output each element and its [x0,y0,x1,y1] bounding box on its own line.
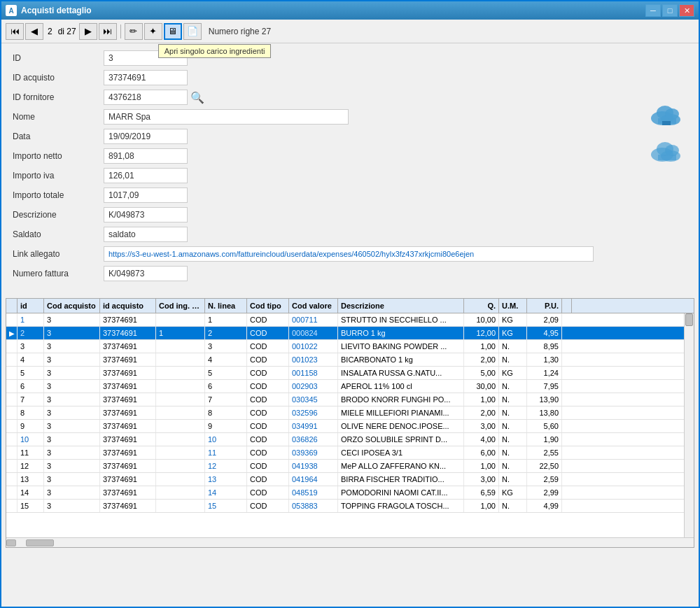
row-q: 1,00 [464,393,499,406]
search-icon[interactable]: 🔍 [190,91,204,104]
grid-header-um[interactable]: U.M. [499,299,527,313]
grid-header-id-acq[interactable]: id acquisto [100,299,156,313]
row-cod-acq: 3 [44,353,100,366]
row-id: 9 [18,420,44,432]
row-n-linea: 6 [205,380,247,393]
row-cod-val: 001022 [289,340,338,353]
row-id-acq: 37374691 [100,433,156,446]
cloud-icons-area [648,99,685,164]
row-id-acq: 37374691 [100,393,156,406]
table-row[interactable]: 10 3 37374691 10 COD 036826 ORZO SOLUBIL… [6,433,684,446]
row-id: 8 [18,406,44,419]
table-row[interactable]: 15 3 37374691 15 COD 053883 TOPPING FRAG… [6,500,684,513]
id-acquisto-row: ID acquisto 37374691 [13,70,687,85]
table-row[interactable]: 9 3 37374691 9 COD 034991 OLIVE NERE DEN… [6,420,684,433]
row-arrow [6,406,18,419]
link-allegato-label: Link allegato [13,249,104,259]
table-row[interactable]: 5 3 37374691 5 COD 001158 INSALATA RUSSA… [6,367,684,380]
row-cod-acq: 3 [44,367,100,379]
row-id-acq: 37374691 [100,367,156,379]
table-row[interactable]: 3 3 37374691 3 COD 001022 LIEVITO BAKING… [6,340,684,353]
row-cod-val: 048519 [289,486,338,499]
row-id-acq: 37374691 [100,353,156,366]
toolbar: ⏮ ◀ 2 di 27 ▶ ⏭ ✏ ✦ 🖥 Apri singolo caric… [1,20,699,43]
table-row[interactable]: 12 3 37374691 12 COD 041938 MeP ALLO ZAF… [6,460,684,473]
minimize-button[interactable]: ─ [645,4,661,17]
id-fornitore-value: 4376218 [104,90,188,105]
grid-header-id[interactable]: id [18,299,44,313]
row-cod-ing [156,473,205,486]
table-row[interactable]: 1 3 37374691 1 COD 000711 STRUTTO IN SEC… [6,313,684,327]
row-um: N. [499,473,527,486]
record-of: di 27 [57,27,78,36]
row-id-acq: 37374691 [100,446,156,459]
row-cod-val: 000824 [289,327,338,339]
table-row[interactable]: 11 3 37374691 11 COD 039369 CECI IPOSEA … [6,446,684,460]
row-arrow [6,340,18,353]
row-id-acq: 37374691 [100,380,156,393]
cloud-icon-2[interactable] [648,136,685,164]
nav-last-button[interactable]: ⏭ [99,23,117,40]
link-allegato-value[interactable]: https://s3-eu-west-1.amazonaws.com/fattu… [104,246,594,262]
screen-button[interactable]: 🖥 Apri singolo carico ingredienti [164,23,182,40]
grid-scrollbar[interactable] [684,313,694,537]
row-id: 13 [18,473,44,486]
row-pu: 5,60 [527,420,562,432]
star-button[interactable]: ✦ [144,23,162,40]
row-q: 30,00 [464,380,499,393]
edit-button[interactable]: ✏ [125,23,143,40]
id-fornitore-label: ID fornitore [13,92,104,102]
row-pu: 2,55 [527,446,562,459]
row-um: KG [499,313,527,326]
table-row[interactable]: 14 3 37374691 14 COD 048519 POMODORINI N… [6,486,684,500]
grid-header-cod-ing[interactable]: Cod ing. carico [156,299,205,313]
grid-header-cod-tipo[interactable]: Cod tipo [247,299,289,313]
nav-next-button[interactable]: ▶ [79,23,97,40]
table-row[interactable]: 7 3 37374691 7 COD 030345 BRODO KNORR FU… [6,393,684,406]
numero-fattura-row: Numero fattura K/049873 [13,266,687,281]
grid-header-cod-acq[interactable]: Cod acquisto [44,299,100,313]
grid-header-q[interactable]: Q. [464,299,499,313]
row-cod-tipo: COD [247,500,289,512]
close-button[interactable]: ✕ [679,4,694,17]
window-title: Acquisti dettaglio [21,6,92,15]
table-row[interactable]: 4 3 37374691 4 COD 001023 BICARBONATO 1 … [6,353,684,367]
grid-body[interactable]: 1 3 37374691 1 COD 000711 STRUTTO IN SEC… [6,313,684,537]
row-pu: 4,95 [527,327,562,339]
row-cod-tipo: COD [247,327,289,339]
grid-header-descrizione[interactable]: Descrizione [338,299,464,313]
row-arrow [6,393,18,406]
doc-button[interactable]: 📄 [183,23,202,40]
table-row[interactable]: 13 3 37374691 13 COD 041964 BIRRA FISCHE… [6,473,684,486]
row-cod-ing [156,420,205,432]
row-id: 3 [18,340,44,353]
cloud-icon-1[interactable] [648,99,685,127]
row-q: 12,00 [464,327,499,339]
grid-bottom-scrollbar[interactable] [6,537,694,547]
grid-header-cod-val[interactable]: Cod valore [289,299,338,313]
grid-header: id Cod acquisto id acquisto Cod ing. car… [6,299,694,313]
row-descrizione: STRUTTO IN SECCHIELLO ... [338,313,464,326]
table-row[interactable]: 8 3 37374691 8 COD 032596 MIELE MILLEFIO… [6,406,684,420]
row-descrizione: MeP ALLO ZAFFERANO KN... [338,460,464,472]
svg-rect-11 [658,155,676,160]
row-pu: 2,09 [527,313,562,326]
nav-first-button[interactable]: ⏮ [6,23,24,40]
row-cod-tipo: COD [247,353,289,366]
row-n-linea: 15 [205,500,247,512]
table-row[interactable]: 6 3 37374691 6 COD 002903 APEROL 11% 100… [6,380,684,393]
maximize-button[interactable]: □ [662,4,678,17]
grid-header-pu[interactable]: P.U. [527,299,562,313]
row-cod-tipo: COD [247,340,289,353]
grid-header-n-linea[interactable]: N. linea [205,299,247,313]
grid-header-scroll [562,299,572,313]
row-n-linea: 4 [205,353,247,366]
data-value: 19/09/2019 [104,129,188,144]
row-id: 12 [18,460,44,472]
row-cod-acq: 3 [44,327,100,339]
row-arrow [6,500,18,512]
row-q: 3,00 [464,420,499,432]
row-cod-acq: 3 [44,500,100,512]
table-row[interactable]: ▶ 2 3 37374691 1 2 COD 000824 BURRO 1 kg… [6,327,684,340]
nav-prev-button[interactable]: ◀ [25,23,43,40]
